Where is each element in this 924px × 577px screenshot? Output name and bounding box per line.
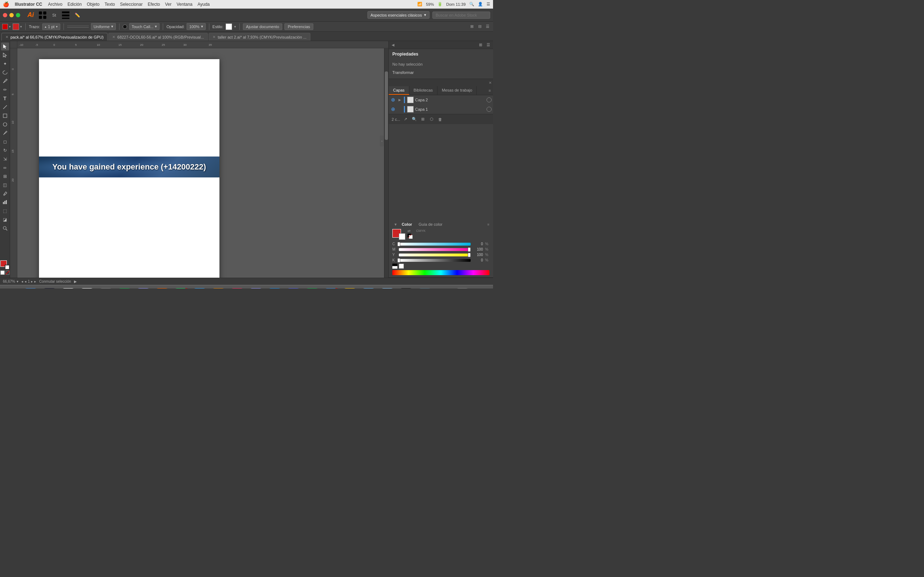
close-button[interactable] bbox=[3, 13, 7, 17]
fullscreen-button[interactable] bbox=[16, 13, 20, 17]
dock-item-premiere[interactable]: Pr bbox=[135, 288, 151, 289]
rectangle-tool[interactable] bbox=[1, 112, 9, 120]
select-tool[interactable] bbox=[1, 43, 9, 50]
opacity-input[interactable]: 100% ▾ bbox=[187, 23, 205, 30]
preferences-btn[interactable]: Preferencias bbox=[284, 23, 313, 30]
brush-dropdown[interactable]: Touch Call... ▾ bbox=[129, 23, 160, 30]
stroke-weight-input[interactable]: ▴ 1 pt ▾ bbox=[42, 23, 60, 30]
eraser-tool[interactable]: ◻ bbox=[1, 138, 9, 146]
workspace-selector[interactable]: Aspectos esenciales clásicos ▾ bbox=[367, 11, 430, 19]
blend-tool[interactable]: ∞ bbox=[1, 164, 9, 172]
menu-texto[interactable]: Texto bbox=[105, 2, 115, 7]
fill-color-box[interactable] bbox=[2, 24, 8, 29]
menu-archivo[interactable]: Archivo bbox=[48, 2, 63, 7]
layer-item-capa2[interactable]: ▶ Capa 2 bbox=[389, 95, 493, 105]
layer-item-capa1[interactable]: ▶ Capa 1 bbox=[389, 105, 493, 114]
prev-page-icon[interactable]: ◂ bbox=[21, 279, 23, 284]
panel-icon-list[interactable]: ☰ bbox=[485, 42, 492, 48]
eyedropper-tool[interactable] bbox=[1, 190, 9, 198]
layer-export-icon[interactable]: ↗ bbox=[402, 116, 409, 122]
lasso-tool[interactable] bbox=[1, 69, 9, 76]
stock-search-input[interactable] bbox=[432, 11, 490, 19]
tab-1[interactable]: ✕ pack.ai* al 66,67% (CMYK/Previsualizac… bbox=[2, 33, 108, 41]
layer-move-icon[interactable]: ⬡ bbox=[428, 116, 435, 122]
canvas-area[interactable]: -10 -5 0 5 10 15 20 25 30 35 0 5 10 15 2… bbox=[10, 41, 388, 278]
layer-add-icon[interactable]: ⊞ bbox=[420, 116, 426, 122]
minimize-button[interactable] bbox=[10, 13, 14, 17]
dock-item-blue[interactable]: 🟦 bbox=[267, 288, 283, 289]
m-slider[interactable] bbox=[399, 248, 471, 251]
dock-item-green[interactable]: 🌿 bbox=[116, 288, 132, 289]
tab-mesas[interactable]: Mesas de trabajo bbox=[438, 86, 477, 95]
next-arrow-icon[interactable]: ▸ bbox=[31, 279, 33, 284]
color-collapse-arrow[interactable]: ▼ bbox=[393, 222, 399, 226]
dock-item-sysprefs[interactable]: ⚙️ bbox=[98, 288, 114, 289]
stroke-arrow[interactable]: ▾ bbox=[20, 25, 22, 29]
dock-item-illustrator[interactable]: Ai bbox=[154, 288, 170, 289]
gradient-tool[interactable]: ◫ bbox=[1, 181, 9, 189]
dock-item-spotify[interactable]: 🎵 bbox=[304, 288, 320, 289]
artboard-tool[interactable]: ⬚ bbox=[1, 207, 9, 215]
dock-item-chrome[interactable]: 🌐 bbox=[79, 288, 95, 289]
k-slider-thumb[interactable] bbox=[397, 258, 400, 263]
canvas-scroll-v[interactable] bbox=[384, 48, 388, 278]
dock-item-app22[interactable]: 📊 bbox=[417, 288, 433, 289]
status-play-icon[interactable]: ▶ bbox=[74, 279, 77, 284]
stroke-type-dropdown[interactable]: Uniforme ▾ bbox=[91, 23, 116, 30]
color-spectrum-bar[interactable] bbox=[393, 270, 489, 275]
pencil-tool[interactable]: ✏ bbox=[1, 86, 9, 94]
y-slider-thumb[interactable] bbox=[468, 253, 471, 257]
color-guide-title[interactable]: Guía de color bbox=[419, 222, 443, 226]
fill-arrow[interactable]: ▾ bbox=[9, 25, 11, 29]
stroke-weight-up[interactable]: ▴ bbox=[45, 25, 47, 29]
paintbrush-tool[interactable] bbox=[1, 129, 9, 137]
reset-icon[interactable] bbox=[407, 234, 412, 239]
tab-2[interactable]: ✕ 68227-OCOL60-56.ai* al 100% (RGB/Previ… bbox=[108, 33, 208, 41]
dock-item-folder2[interactable]: 📂 bbox=[380, 288, 395, 289]
layer-2-expand-icon[interactable]: ▶ bbox=[397, 98, 402, 102]
tab-close-1[interactable]: ✕ bbox=[5, 35, 8, 39]
menu-seleccionar[interactable]: Seleccionar bbox=[120, 2, 142, 7]
dock-item-network[interactable]: 🌐 1 bbox=[323, 288, 339, 289]
dock-item-aftereffects[interactable]: Ae bbox=[248, 288, 264, 289]
m-slider-thumb[interactable] bbox=[468, 247, 471, 252]
stroke-weight-down[interactable]: ▾ bbox=[56, 25, 58, 29]
stroke-color-box[interactable] bbox=[13, 23, 19, 30]
mesh-tool[interactable]: ⊞ bbox=[1, 172, 9, 180]
style-preview[interactable] bbox=[226, 23, 232, 30]
k-slider[interactable] bbox=[399, 259, 471, 262]
slice-tool[interactable]: ◪ bbox=[1, 216, 9, 224]
tab-close-3[interactable]: ✕ bbox=[213, 35, 215, 39]
menu-efecto[interactable]: Efecto bbox=[148, 2, 160, 7]
c-slider-thumb[interactable] bbox=[397, 242, 400, 246]
c-slider[interactable] bbox=[399, 243, 471, 246]
layer-2-visible-icon[interactable] bbox=[390, 97, 396, 103]
layers-options-icon[interactable]: ≡ bbox=[486, 86, 493, 95]
rotate-tool[interactable]: ↻ bbox=[1, 147, 9, 154]
canvas-scroll-thumb[interactable] bbox=[385, 71, 388, 140]
layer-2-lock[interactable] bbox=[486, 97, 492, 102]
swap-icon[interactable]: ⇄ bbox=[407, 229, 412, 233]
apple-menu[interactable]: 🍎 bbox=[3, 2, 9, 7]
menu-objeto[interactable]: Objeto bbox=[87, 2, 99, 7]
scale-tool[interactable]: ⇲ bbox=[1, 155, 9, 163]
menu-ver[interactable]: Ver bbox=[165, 2, 171, 7]
panel-icon-grid[interactable]: ⊞ bbox=[477, 42, 484, 48]
zoom-dropdown-arrow[interactable]: ▾ bbox=[16, 279, 18, 284]
dock-item-discord[interactable]: 💬 bbox=[286, 288, 301, 289]
ellipse-tool[interactable] bbox=[1, 121, 9, 128]
dock-item-indesign[interactable]: Id bbox=[229, 288, 245, 289]
panel-collapse-arrow[interactable]: ◀ bbox=[390, 43, 396, 47]
tab-bibliotecas[interactable]: Bibliotecas bbox=[409, 86, 438, 95]
dock-item-finder[interactable]: 🐶 bbox=[23, 288, 39, 289]
arrange-icon-1[interactable]: ⊞ bbox=[468, 23, 475, 30]
type-tool[interactable]: T bbox=[1, 95, 9, 102]
panel-collapse-handle[interactable]: › bbox=[380, 135, 384, 147]
dock-item-animate[interactable]: An bbox=[210, 288, 226, 289]
brush-color-preview[interactable] bbox=[123, 24, 127, 29]
y-slider[interactable] bbox=[399, 253, 471, 256]
chart-tool[interactable] bbox=[1, 198, 9, 206]
stroke-box[interactable] bbox=[5, 265, 10, 270]
dock-item-trash[interactable]: 🗑️ bbox=[454, 288, 470, 289]
pen-tool[interactable] bbox=[1, 77, 9, 85]
